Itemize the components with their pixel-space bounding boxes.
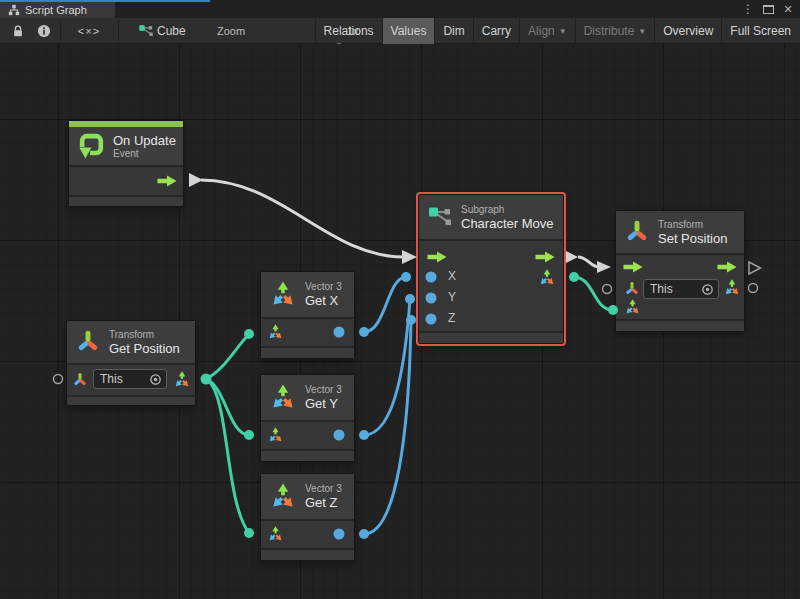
- node-footer: [261, 451, 354, 461]
- node-title: On Update: [113, 133, 176, 148]
- node-get-position[interactable]: Transform Get Position This: [66, 320, 196, 406]
- node-type-label: Vector 3: [305, 483, 342, 495]
- vector3-in-port-icon[interactable]: [267, 427, 284, 444]
- event-loop-icon: [77, 132, 105, 160]
- tab-title: Script Graph: [25, 4, 87, 16]
- vector3-icon: [269, 384, 297, 412]
- graph-target-label[interactable]: Cube: [157, 18, 186, 44]
- vector3-in-port-icon[interactable]: [624, 299, 641, 316]
- code-view-button[interactable]: <×>: [64, 18, 114, 44]
- lock-button[interactable]: [6, 18, 30, 44]
- this-input-field[interactable]: This: [643, 279, 719, 299]
- node-title: Get Position: [109, 341, 180, 356]
- node-footer: [261, 550, 354, 560]
- node-title: Get X: [305, 293, 342, 308]
- vector3-out-port-icon[interactable]: [538, 269, 556, 287]
- relations-button[interactable]: Relations: [315, 18, 382, 44]
- node-get-x[interactable]: Vector 3 Get X: [260, 271, 355, 359]
- graph-target-icon: [137, 18, 155, 44]
- zoom-label: Zoom: [217, 18, 245, 44]
- port-label-z: Z: [448, 311, 455, 325]
- node-title: Set Position: [658, 231, 727, 246]
- target-picker-icon[interactable]: [701, 283, 714, 296]
- node-type-label: Subgraph: [461, 204, 553, 216]
- distribute-dropdown: Distribute▼: [575, 18, 655, 44]
- node-type-label: Transform: [109, 329, 180, 341]
- toolbar-button-group: Relations Values Dim Carry Align▼ Distri…: [315, 18, 799, 44]
- tab-bar: Script Graph ⋮ ✕: [0, 0, 800, 18]
- node-title: Character Move: [461, 216, 553, 231]
- node-title: Get Y: [305, 396, 342, 411]
- info-button[interactable]: [32, 18, 56, 44]
- node-get-y[interactable]: Vector 3 Get Y: [260, 374, 355, 462]
- node-footer: [261, 348, 354, 358]
- vector3-icon: [269, 483, 297, 511]
- node-footer: [67, 397, 195, 405]
- vector3-in-port-icon[interactable]: [267, 324, 284, 341]
- vector3-out-port-icon[interactable]: [723, 279, 741, 297]
- node-footer: [419, 333, 563, 343]
- script-graph-icon: [8, 4, 20, 16]
- transform-icon: [624, 281, 640, 297]
- node-type-label: Transform: [658, 219, 727, 231]
- flow-out-port[interactable]: [535, 251, 555, 263]
- overview-button[interactable]: Overview: [654, 18, 721, 44]
- node-character-move[interactable]: Subgraph Character Move X Y Z: [418, 194, 564, 344]
- node-set-position[interactable]: Transform Set Position This: [615, 210, 745, 332]
- vector3-in-port-icon[interactable]: [267, 526, 284, 543]
- node-get-z[interactable]: Vector 3 Get Z: [260, 473, 355, 561]
- flow-out-port[interactable]: [157, 175, 177, 187]
- transform-icon: [624, 219, 650, 245]
- node-type-label: Vector 3: [305, 384, 342, 396]
- node-footer: [69, 197, 183, 206]
- window-menu-icon[interactable]: ⋮: [741, 0, 755, 18]
- align-dropdown: Align▼: [519, 18, 575, 44]
- flow-in-port[interactable]: [623, 261, 643, 273]
- port-label-x: X: [448, 269, 456, 283]
- maximize-icon[interactable]: [759, 0, 777, 18]
- transform-icon: [72, 372, 88, 388]
- chevron-down-icon: ▼: [638, 27, 646, 36]
- this-value: This: [100, 372, 149, 386]
- node-type-label: Event: [113, 148, 176, 160]
- dim-button[interactable]: Dim: [434, 18, 472, 44]
- flow-in-port[interactable]: [427, 251, 447, 263]
- info-icon: [37, 24, 51, 38]
- this-input-field[interactable]: This: [93, 369, 167, 389]
- close-icon[interactable]: ✕: [779, 0, 797, 18]
- lock-icon: [12, 25, 24, 38]
- vector3-icon: [269, 281, 297, 309]
- node-type-label: Vector 3: [305, 281, 342, 293]
- script-graph-window: Script Graph ⋮ ✕ <×> Cube Zoom 1x Relati…: [0, 0, 800, 599]
- this-value: This: [650, 282, 701, 296]
- flow-out-port[interactable]: [717, 261, 737, 273]
- graph-toolbar: <×> Cube Zoom 1x Relations Values Dim Ca…: [0, 18, 800, 44]
- toolbar-separator: [118, 21, 119, 41]
- transform-icon: [75, 329, 101, 355]
- values-button[interactable]: Values: [382, 18, 435, 44]
- port-label-y: Y: [448, 290, 456, 304]
- subgraph-icon: [427, 206, 453, 228]
- node-footer: [616, 321, 744, 331]
- node-on-update[interactable]: On Update Event: [68, 120, 184, 207]
- vector3-out-port-icon[interactable]: [173, 371, 191, 389]
- target-picker-icon[interactable]: [149, 373, 162, 386]
- tab-script-graph[interactable]: Script Graph: [0, 2, 115, 18]
- carry-button[interactable]: Carry: [473, 18, 519, 44]
- chevron-down-icon: ▼: [559, 27, 567, 36]
- full-screen-button[interactable]: Full Screen: [721, 18, 799, 44]
- toolbar-separator: [60, 21, 61, 41]
- node-title: Get Z: [305, 495, 342, 510]
